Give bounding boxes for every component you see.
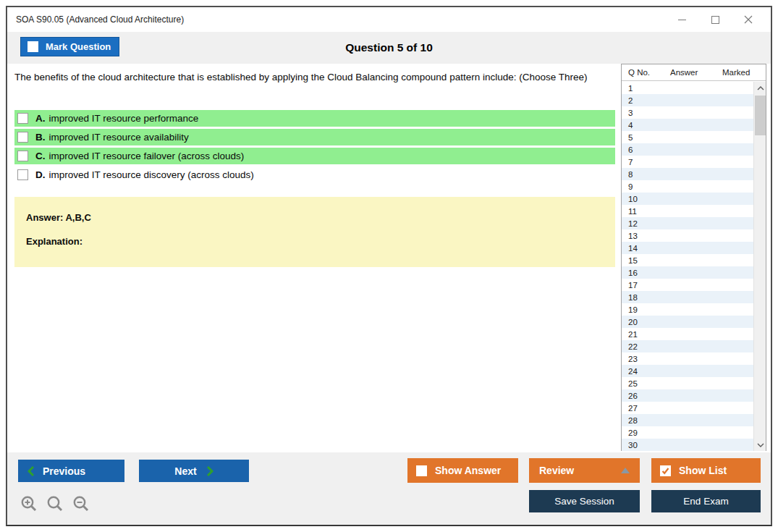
option-row-d[interactable]: D. improved IT resource discovery (acros… [14, 166, 615, 183]
list-cell-q_no: 8 [628, 170, 670, 179]
chevron-right-icon [207, 466, 213, 476]
scroll-up-button[interactable] [754, 82, 766, 94]
zoom-toolbar [20, 494, 91, 514]
list-item[interactable]: 2 [622, 94, 753, 106]
next-button[interactable]: Next [139, 460, 249, 482]
list-item[interactable]: 24 [622, 365, 753, 377]
list-item[interactable]: 30 [622, 439, 753, 451]
explanation-line: Explanation: [26, 236, 83, 247]
app-window: SOA S90.05 (Advanced Cloud Architecture)… [6, 6, 772, 526]
list-item[interactable]: 9 [622, 180, 753, 193]
list-cell-q_no: 9 [628, 182, 670, 191]
list-item[interactable]: 28 [622, 414, 753, 426]
mark-question-checkbox[interactable] [28, 41, 38, 52]
scrollbar-thumb[interactable] [755, 96, 766, 135]
option-row-b[interactable]: B. improved IT resource availability [14, 129, 615, 145]
option-checkbox-a[interactable] [17, 113, 28, 124]
list-item[interactable]: 17 [622, 279, 753, 291]
triangle-up-icon [621, 468, 630, 473]
option-row-a[interactable]: A. improved IT resource performance [14, 110, 615, 127]
option-text: improved IT resource availability [49, 132, 189, 143]
question-list-panel: Q No. Answer Marked 12345678910111213141… [621, 64, 766, 451]
maximize-icon [711, 16, 719, 24]
zoom-reset-icon[interactable] [46, 494, 65, 514]
list-cell-q_no: 25 [628, 379, 670, 388]
list-item[interactable]: 8 [622, 168, 753, 180]
list-cell-q_no: 22 [628, 342, 670, 351]
maximize-button[interactable] [698, 9, 732, 30]
list-item[interactable]: 18 [622, 291, 753, 303]
header-strip: Question 5 of 10 Mark Question [7, 32, 771, 64]
option-row-c[interactable]: C. improved IT resource failover (across… [14, 148, 615, 164]
question-list-body: 1234567891011121314151617181920212223242… [622, 82, 753, 451]
list-cell-q_no: 5 [628, 133, 670, 142]
list-cell-q_no: 28 [628, 416, 670, 425]
list-item[interactable]: 1 [622, 82, 753, 94]
list-item[interactable]: 29 [622, 426, 753, 439]
show-answer-button[interactable]: Show Answer [407, 458, 518, 483]
list-cell-q_no: 15 [628, 256, 670, 265]
list-item[interactable]: 4 [622, 119, 753, 131]
list-item[interactable]: 3 [622, 106, 753, 119]
zoom-in-icon[interactable] [20, 494, 39, 514]
save-session-button[interactable]: Save Session [529, 490, 640, 512]
list-cell-q_no: 10 [628, 195, 670, 203]
list-item[interactable]: 20 [622, 316, 753, 328]
option-text: improved IT resource performance [49, 113, 199, 124]
show-list-button[interactable]: Show List [651, 458, 761, 483]
main-area: The benefits of the cloud architecture t… [7, 64, 771, 452]
question-list-scrollbar[interactable] [753, 82, 766, 451]
list-item[interactable]: 27 [622, 402, 753, 414]
list-item[interactable]: 13 [622, 229, 753, 242]
window-controls [665, 7, 765, 32]
list-item[interactable]: 19 [622, 303, 753, 316]
close-icon [744, 15, 753, 24]
zoom-out-icon[interactable] [72, 494, 91, 514]
previous-button[interactable]: Previous [18, 460, 124, 482]
option-checkbox-b[interactable] [17, 132, 28, 143]
list-item[interactable]: 22 [622, 340, 753, 352]
list-item[interactable]: 15 [622, 254, 753, 266]
options-list: A. improved IT resource performance B. i… [14, 110, 615, 185]
list-item[interactable]: 12 [622, 217, 753, 229]
end-exam-button[interactable]: End Exam [651, 490, 761, 512]
option-checkbox-d[interactable] [17, 169, 28, 180]
minimize-button[interactable] [665, 9, 698, 30]
list-cell-q_no: 16 [628, 269, 670, 277]
list-item[interactable]: 7 [622, 156, 753, 168]
list-cell-q_no: 19 [628, 305, 670, 314]
list-item[interactable]: 11 [622, 205, 753, 217]
list-item[interactable]: 21 [622, 328, 753, 340]
list-item[interactable]: 16 [622, 266, 753, 279]
list-cell-q_no: 26 [628, 392, 670, 400]
list-item[interactable]: 5 [622, 131, 753, 143]
list-cell-q_no: 12 [628, 219, 670, 228]
list-cell-q_no: 2 [628, 96, 670, 105]
mark-question-button[interactable]: Mark Question [20, 37, 119, 56]
list-item[interactable]: 23 [622, 352, 753, 365]
list-cell-q_no: 30 [628, 441, 670, 449]
list-cell-q_no: 21 [628, 330, 670, 339]
show-list-checkbox[interactable] [660, 465, 671, 476]
end-exam-label: End Exam [683, 496, 728, 507]
column-marked: Marked [722, 68, 766, 77]
close-button[interactable] [732, 9, 765, 30]
list-cell-q_no: 29 [628, 428, 670, 437]
review-button[interactable]: Review [529, 458, 640, 483]
list-item[interactable]: 14 [622, 242, 753, 254]
chevron-up-icon [757, 86, 764, 90]
minimize-icon [678, 20, 686, 20]
list-item[interactable]: 25 [622, 377, 753, 389]
list-item[interactable]: 6 [622, 143, 753, 156]
list-cell-q_no: 7 [628, 158, 670, 166]
next-label: Next [174, 465, 196, 477]
show-list-label: Show List [679, 465, 727, 476]
list-item[interactable]: 26 [622, 389, 753, 402]
list-item[interactable]: 10 [622, 193, 753, 205]
option-text: improved IT resource discovery (across c… [49, 169, 254, 180]
answer-panel: Answer: A,B,C Explanation: [14, 197, 615, 267]
scroll-down-button[interactable] [754, 439, 766, 451]
option-letter: C. [35, 151, 46, 161]
option-checkbox-c[interactable] [17, 151, 28, 161]
show-answer-checkbox[interactable] [416, 465, 427, 476]
